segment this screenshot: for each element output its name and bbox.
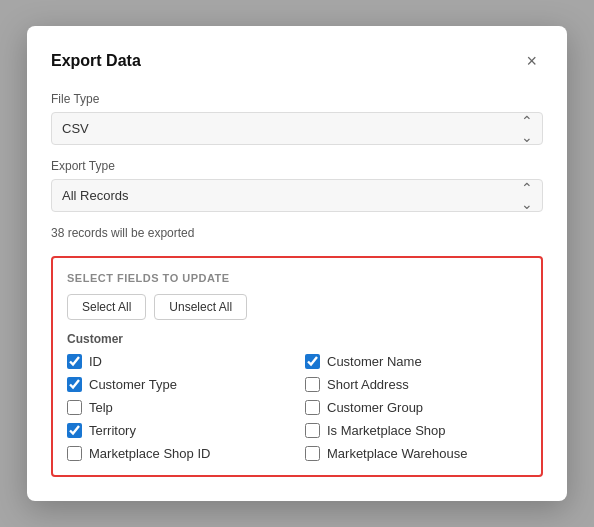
field-item-customer-type: Customer Type bbox=[67, 377, 289, 392]
field-label-short-address[interactable]: Short Address bbox=[327, 377, 409, 392]
fields-grid: ID Customer Name Customer Type Short Add… bbox=[67, 354, 527, 461]
export-type-select-wrapper: All Records Selected Records Filtered Re… bbox=[51, 179, 543, 212]
field-item-marketplace-warehouse: Marketplace Warehouse bbox=[305, 446, 527, 461]
field-item-short-address: Short Address bbox=[305, 377, 527, 392]
records-info: 38 records will be exported bbox=[51, 226, 543, 240]
field-item-marketplace-shop-id: Marketplace Shop ID bbox=[67, 446, 289, 461]
button-row: Select All Unselect All bbox=[67, 294, 527, 320]
field-checkbox-id[interactable] bbox=[67, 354, 82, 369]
field-label-is-marketplace-shop[interactable]: Is Marketplace Shop bbox=[327, 423, 446, 438]
field-label-customer-name[interactable]: Customer Name bbox=[327, 354, 422, 369]
field-checkbox-marketplace-warehouse[interactable] bbox=[305, 446, 320, 461]
unselect-all-button[interactable]: Unselect All bbox=[154, 294, 247, 320]
export-type-select[interactable]: All Records Selected Records Filtered Re… bbox=[51, 179, 543, 212]
field-item-customer-group: Customer Group bbox=[305, 400, 527, 415]
field-checkbox-territory[interactable] bbox=[67, 423, 82, 438]
fields-section-title: SELECT FIELDS TO UPDATE bbox=[67, 272, 527, 284]
file-type-label: File Type bbox=[51, 92, 543, 106]
field-item-is-marketplace-shop: Is Marketplace Shop bbox=[305, 423, 527, 438]
field-label-id[interactable]: ID bbox=[89, 354, 102, 369]
dialog-header: Export Data × bbox=[51, 50, 543, 72]
field-checkbox-customer-type[interactable] bbox=[67, 377, 82, 392]
field-label-marketplace-warehouse[interactable]: Marketplace Warehouse bbox=[327, 446, 467, 461]
field-label-telp[interactable]: Telp bbox=[89, 400, 113, 415]
field-label-customer-type[interactable]: Customer Type bbox=[89, 377, 177, 392]
field-checkbox-is-marketplace-shop[interactable] bbox=[305, 423, 320, 438]
field-item-id: ID bbox=[67, 354, 289, 369]
field-checkbox-short-address[interactable] bbox=[305, 377, 320, 392]
field-item-territory: Territory bbox=[67, 423, 289, 438]
field-label-marketplace-shop-id[interactable]: Marketplace Shop ID bbox=[89, 446, 210, 461]
select-all-button[interactable]: Select All bbox=[67, 294, 146, 320]
dialog-title: Export Data bbox=[51, 52, 141, 70]
field-item-customer-name: Customer Name bbox=[305, 354, 527, 369]
export-type-label: Export Type bbox=[51, 159, 543, 173]
field-label-territory[interactable]: Territory bbox=[89, 423, 136, 438]
fields-section: SELECT FIELDS TO UPDATE Select All Unsel… bbox=[51, 256, 543, 477]
field-item-telp: Telp bbox=[67, 400, 289, 415]
field-checkbox-marketplace-shop-id[interactable] bbox=[67, 446, 82, 461]
field-label-customer-group[interactable]: Customer Group bbox=[327, 400, 423, 415]
file-type-group: File Type CSV XLSX JSON ⌃ ⌄ bbox=[51, 92, 543, 145]
close-button[interactable]: × bbox=[520, 50, 543, 72]
export-type-group: Export Type All Records Selected Records… bbox=[51, 159, 543, 212]
fields-group-label: Customer bbox=[67, 332, 527, 346]
field-checkbox-customer-group[interactable] bbox=[305, 400, 320, 415]
field-checkbox-customer-name[interactable] bbox=[305, 354, 320, 369]
file-type-select[interactable]: CSV XLSX JSON bbox=[51, 112, 543, 145]
file-type-select-wrapper: CSV XLSX JSON ⌃ ⌄ bbox=[51, 112, 543, 145]
field-checkbox-telp[interactable] bbox=[67, 400, 82, 415]
export-dialog: Export Data × File Type CSV XLSX JSON ⌃ … bbox=[27, 26, 567, 501]
